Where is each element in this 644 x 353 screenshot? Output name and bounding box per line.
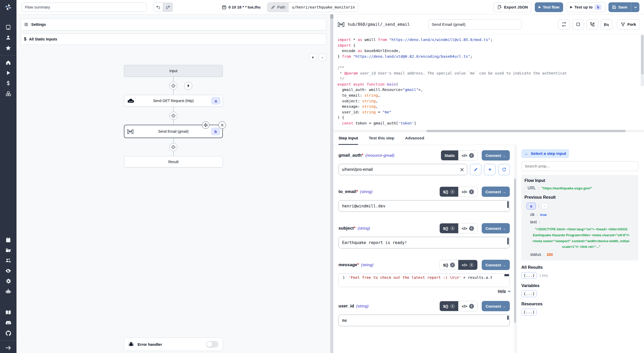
- json-value-url[interactable]: "https://earthquake.usgs.gov/": [541, 186, 592, 190]
- variables-expand-chip[interactable]: {...}: [521, 290, 537, 297]
- move-step-icon[interactable]: [202, 121, 209, 129]
- code-mode-button[interactable]: </>i: [458, 301, 477, 311]
- hub-script-path[interactable]: hub/868/gmail/_send_email: [348, 22, 410, 27]
- favorites-star-icon[interactable]: [0, 43, 16, 53]
- connect-button[interactable]: Connect →: [482, 187, 510, 197]
- tab-step-input[interactable]: Step Input: [338, 132, 358, 145]
- json-key-text[interactable]: text: [530, 220, 537, 224]
- user-id-input[interactable]: [342, 318, 506, 323]
- settings-gear-icon[interactable]: [0, 276, 16, 286]
- tab-advanced[interactable]: Advanced: [405, 132, 424, 145]
- add-step-button[interactable]: [170, 82, 177, 90]
- add-resource-button[interactable]: +: [484, 164, 496, 175]
- error-handler-node[interactable]: Error handler: [124, 338, 223, 351]
- audit-eye-icon[interactable]: [0, 266, 16, 276]
- square-icon[interactable]: [572, 19, 584, 30]
- edit-resource-button[interactable]: [470, 164, 481, 175]
- github-icon[interactable]: [0, 328, 16, 338]
- schedules-calendar-icon[interactable]: [0, 235, 16, 245]
- save-dropdown-button[interactable]: [631, 2, 639, 12]
- resource-input[interactable]: [342, 167, 460, 172]
- resource-picker[interactable]: [338, 164, 467, 175]
- connect-button[interactable]: Connect →: [482, 260, 510, 270]
- sleep-bed-icon[interactable]: [600, 19, 612, 30]
- runs-icon[interactable]: [0, 68, 16, 78]
- phone-incoming-icon[interactable]: [586, 19, 598, 30]
- all-results-expand-chip[interactable]: {...}: [521, 272, 537, 279]
- docs-book-icon[interactable]: [0, 307, 16, 318]
- export-json-button[interactable]: Export JSON: [494, 2, 532, 12]
- panel-resize-handle[interactable]: [330, 14, 333, 353]
- add-step-button[interactable]: [170, 143, 177, 151]
- variables-dollar-icon[interactable]: [0, 78, 16, 88]
- windmill-logo[interactable]: [0, 0, 16, 14]
- test-flow-button[interactable]: ▶ Test flow: [535, 2, 563, 12]
- add-step-button[interactable]: [170, 112, 177, 120]
- schedule-display[interactable]: 0 10 18 * * tue,thu: [222, 5, 260, 10]
- connect-button[interactable]: Connect →: [482, 150, 510, 161]
- to-email-field[interactable]: [338, 200, 510, 212]
- undo-button[interactable]: [153, 3, 163, 12]
- collapse-button[interactable]: -: [541, 203, 548, 209]
- connect-button[interactable]: Connect →: [482, 301, 510, 311]
- subject-input[interactable]: [342, 240, 506, 245]
- workspace-icon[interactable]: [0, 22, 16, 32]
- user-id-field[interactable]: [338, 315, 510, 326]
- template-mode-button[interactable]: ${}i: [440, 301, 458, 311]
- template-mode-button[interactable]: ${}i: [440, 223, 458, 233]
- redo-button[interactable]: [163, 3, 173, 12]
- flow-node-send-email-selected[interactable]: Send Email (gmail) b: [124, 125, 223, 138]
- delete-step-icon[interactable]: [218, 121, 226, 129]
- folders-icon[interactable]: [0, 245, 16, 255]
- message-expression-editor[interactable]: 1 'Feel free to check out the latest rep…: [338, 273, 510, 287]
- flow-summary-input[interactable]: [22, 3, 147, 12]
- discord-icon[interactable]: [0, 318, 16, 328]
- refresh-resource-button[interactable]: [498, 164, 510, 175]
- flow-settings-button[interactable]: Settings: [21, 19, 326, 30]
- message-expression[interactable]: 'Feel free to check out the latest repor…: [349, 274, 493, 287]
- error-handler-toggle[interactable]: [206, 341, 218, 348]
- static-mode-button[interactable]: Static: [441, 150, 458, 160]
- template-mode-button[interactable]: ${}i: [440, 187, 458, 197]
- path-chip[interactable]: Path u/henri/earthquake_monitorin: [267, 2, 358, 12]
- json-key-url[interactable]: URL: [528, 186, 536, 190]
- json-value-text[interactable]: "<!DOCTYPE html> <html lang="en"> <head>…: [524, 226, 635, 250]
- zoom-in-button[interactable]: +: [309, 54, 317, 61]
- all-static-inputs-button[interactable]: $ All Static Inputs: [21, 33, 326, 45]
- step-name-input[interactable]: [428, 19, 522, 30]
- to-email-input[interactable]: [342, 204, 506, 208]
- form-scrollbar[interactable]: [514, 145, 516, 353]
- code-mode-button[interactable]: </>i: [458, 223, 477, 233]
- flow-node-get-request[interactable]: HTTP Send GET Request (http) a: [124, 95, 223, 107]
- connect-button[interactable]: Connect →: [482, 223, 510, 233]
- search-prop-input[interactable]: [521, 161, 638, 171]
- home-icon[interactable]: [0, 57, 16, 68]
- json-value-ok[interactable]: true: [540, 213, 547, 217]
- select-step-input-button[interactable]: ← Select a step input: [521, 149, 569, 158]
- clear-icon[interactable]: [460, 168, 464, 172]
- step-a-chip[interactable]: a: [527, 203, 536, 209]
- zoom-out-button[interactable]: -: [319, 54, 326, 61]
- swap-arrows-icon[interactable]: [558, 19, 570, 30]
- save-button[interactable]: Save: [608, 2, 639, 12]
- flow-node-input[interactable]: Input: [124, 65, 223, 77]
- code-mode-button[interactable]: </>i: [458, 150, 477, 160]
- flow-node-result[interactable]: Result: [124, 156, 223, 167]
- code-mode-button[interactable]: </>i: [458, 260, 477, 270]
- template-mode-button[interactable]: ${}i: [440, 260, 458, 270]
- resources-expand-chip[interactable]: {...}: [521, 309, 537, 315]
- code-editor[interactable]: import * as wmill from "https://deno.lan…: [333, 35, 644, 130]
- resources-cubes-icon[interactable]: [0, 88, 16, 99]
- test-up-to-button[interactable]: ▶ Test up to b: [566, 2, 605, 12]
- groups-icon[interactable]: [0, 255, 16, 266]
- code-vertical-scrollbar[interactable]: [641, 35, 644, 86]
- code-mode-button[interactable]: </>i: [458, 187, 477, 197]
- json-key-ok[interactable]: ok: [530, 212, 535, 217]
- ai-robot-icon[interactable]: [0, 286, 16, 297]
- expand-sidebar-arrow-icon[interactable]: [0, 343, 16, 353]
- code-horizontal-scrollbar[interactable]: [333, 130, 644, 132]
- json-value-status[interactable]: 200: [547, 253, 553, 257]
- add-trigger-button[interactable]: [184, 82, 192, 90]
- user-icon[interactable]: [0, 32, 16, 43]
- tab-test-this-step[interactable]: Test this step: [369, 132, 394, 145]
